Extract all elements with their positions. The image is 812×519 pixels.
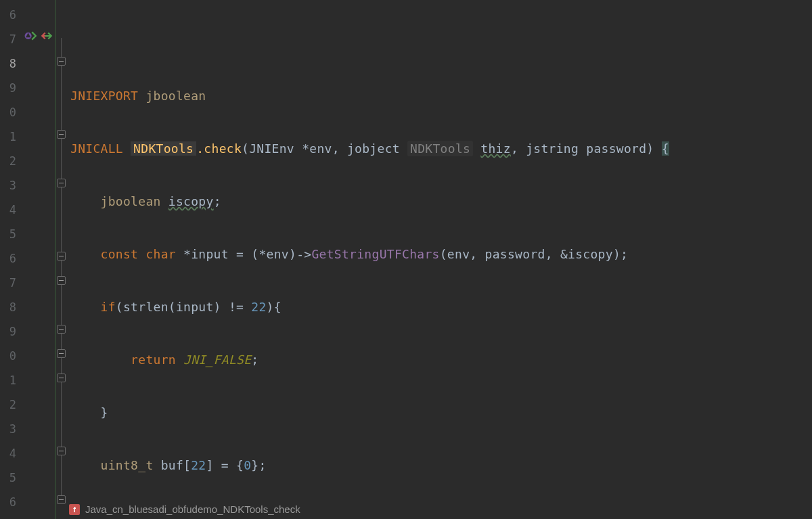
line-number[interactable]: 2 — [0, 392, 20, 417]
gutter-icons-column — [20, 0, 55, 519]
fold-toggle-icon[interactable] — [57, 349, 66, 358]
line-number[interactable]: 9 — [0, 319, 20, 344]
fold-toggle-icon[interactable] — [57, 179, 66, 187]
fold-toggle-icon[interactable] — [57, 57, 66, 66]
fold-toggle-icon[interactable] — [57, 325, 66, 334]
code-line[interactable]: jboolean iscopy; — [68, 189, 812, 214]
line-number[interactable]: 4 — [0, 441, 20, 466]
line-number[interactable]: 0 — [0, 100, 20, 125]
line-number-gutter[interactable]: 6 7 8 9 0 1 2 3 4 5 6 7 8 9 0 1 2 3 4 5 … — [0, 0, 20, 519]
code-line[interactable]: } — [68, 401, 812, 425]
code-area[interactable]: JNIEXPORT jboolean JNICALL NDKTools.chec… — [68, 0, 812, 519]
line-number[interactable]: 8 — [0, 295, 20, 319]
line-number[interactable]: 0 — [0, 344, 20, 368]
breadcrumb-bar[interactable]: f Java_cn_bluesadi_obfudemo_NDKTools_che… — [69, 500, 300, 519]
inlay-hint: NDKTools — [407, 141, 473, 156]
line-number[interactable]: 4 — [0, 198, 20, 222]
line-number[interactable]: 6 — [0, 490, 20, 514]
line-number[interactable]: 8 — [0, 51, 20, 76]
line-number[interactable]: 5 — [0, 466, 20, 490]
line-number[interactable]: 2 — [0, 149, 20, 173]
fold-gutter[interactable] — [55, 0, 68, 519]
code-line[interactable]: JNIEXPORT jboolean — [68, 84, 812, 108]
code-line[interactable]: JNICALL NDKTools.check(JNIEnv *env, jobj… — [68, 137, 812, 161]
fold-toggle-icon[interactable] — [57, 276, 66, 285]
fold-toggle-icon[interactable] — [57, 447, 66, 455]
line-number[interactable]: 5 — [0, 222, 20, 246]
line-number[interactable]: 9 — [0, 76, 20, 100]
line-number[interactable]: 6 — [0, 3, 20, 27]
recursive-call-icon[interactable] — [41, 30, 53, 42]
line-number[interactable]: 6 — [0, 246, 20, 271]
line-number[interactable]: 1 — [0, 125, 20, 149]
breadcrumb-label[interactable]: Java_cn_bluesadi_obfudemo_NDKTools_check — [85, 500, 300, 519]
fold-toggle-icon[interactable] — [57, 495, 66, 504]
code-line[interactable] — [68, 31, 812, 55]
code-line[interactable]: const char *input = (*env)->GetStringUTF… — [68, 242, 812, 267]
fold-toggle-icon[interactable] — [57, 130, 66, 139]
line-number[interactable]: 3 — [0, 417, 20, 441]
code-line[interactable]: if(strlen(input) != 22){ — [68, 295, 812, 319]
code-line[interactable]: uint8_t buf[22] = {0}; — [68, 453, 812, 478]
code-editor[interactable]: 6 7 8 9 0 1 2 3 4 5 6 7 8 9 0 1 2 3 4 5 … — [0, 0, 812, 519]
fold-guide-line — [61, 38, 62, 501]
line-number[interactable]: 7 — [0, 27, 20, 51]
code-line[interactable]: return JNI_FALSE; — [68, 348, 812, 372]
line-number[interactable]: 7 — [0, 271, 20, 295]
line-number[interactable]: 1 — [0, 368, 20, 392]
fold-toggle-icon[interactable] — [57, 252, 66, 261]
implementing-method-icon[interactable] — [24, 30, 37, 42]
line-number[interactable]: 3 — [0, 173, 20, 198]
function-icon: f — [69, 504, 80, 515]
fold-toggle-icon[interactable] — [57, 374, 66, 382]
